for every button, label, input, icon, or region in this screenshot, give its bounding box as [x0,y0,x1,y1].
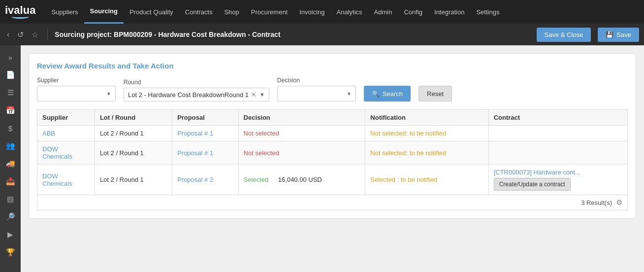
nav-item-product-quality[interactable]: Product Quality [124,0,179,24]
section-title: Review Award Results and Take Action [37,62,628,70]
round-tag: Lot 2 - Hardware Cost BreakdownRound 1 ✕ [128,91,257,99]
round-filter-group: Round Lot 2 - Hardware Cost BreakdownRou… [124,79,269,102]
sidebar-icon-people[interactable]: 👥 [1,138,19,154]
decision-value-1: Not selected [244,130,279,137]
nav-item-contracts[interactable]: Contracts [179,0,219,24]
top-navigation: ivalua Suppliers Sourcing Product Qualit… [0,0,644,24]
notification-value-3: Selected : to be notified [370,176,437,183]
proposal-link-2[interactable]: Proposal # 1 [177,149,213,157]
amount-value-3: 16,040.00 USD [278,176,322,183]
decision-filter-group: Decision ▼ [277,77,356,102]
save-button[interactable]: 💾 Save [598,28,639,42]
supplier-label: Supplier [37,77,116,84]
nav-item-shop[interactable]: Shop [218,0,245,24]
table-header-row: Supplier Lot / Round Proposal Decision N… [37,110,628,126]
round-filter-display[interactable]: Lot 2 - Hardware Cost BreakdownRound 1 ✕… [124,88,269,102]
supplier-select[interactable] [41,90,111,98]
sidebar-icon-search-person[interactable]: 🔎 [1,209,19,225]
contract-link-3[interactable]: [CTR000073] Hardware cont... [494,169,580,176]
nav-items: Suppliers Sourcing Product Quality Contr… [45,0,505,24]
cell-decision-3: Selected 16,040.00 USD [238,165,365,195]
round-tag-close-icon[interactable]: ✕ [251,91,257,99]
sidebar-icon-pointer[interactable]: ▶ [1,227,19,242]
back-icon[interactable]: ‹ [5,28,11,41]
proposal-link-3[interactable]: Proposal # 2 [177,176,213,183]
notification-value-2: Not selected: to be notified [370,149,446,157]
sidebar-icon-dollar[interactable]: $ [1,120,19,136]
search-button[interactable]: 🔍 Search [364,86,411,102]
round-dropdown-arrow-icon: ▼ [259,92,265,98]
main-content: Review Award Results and Take Action Sup… [21,45,644,272]
sidebar-icon-list[interactable]: ☰ [1,85,19,101]
col-header-supplier: Supplier [37,110,95,126]
section-card: Review Award Results and Take Action Sup… [29,53,636,219]
proposal-link-1[interactable]: Proposal # 1 [177,130,213,137]
cell-lot-round-1: Lot 2 / Round 1 [95,126,172,141]
table-row: DOWChemicals Lot 2 / Round 1 Proposal # … [37,141,628,165]
cell-supplier-2: DOWChemicals [37,141,95,165]
reset-button[interactable]: Reset [419,86,452,102]
decision-label: Decision [277,77,356,84]
save-close-button[interactable]: Save & Close [537,28,591,42]
supplier-select-wrapper[interactable]: ▼ [37,86,116,102]
sidebar-icon-calendar[interactable]: 📅 [1,102,19,118]
supplier-filter-group: Supplier ▼ [37,77,116,102]
nav-item-suppliers[interactable]: Suppliers [45,0,84,24]
supplier-link-2[interactable]: DOWChemicals [42,145,72,160]
nav-item-integration[interactable]: Integration [428,0,470,24]
notification-value-1: Not selected: to be notified [370,130,446,137]
sidebar-icon-truck[interactable]: 🚚 [1,156,19,171]
cell-contract-2 [488,141,627,165]
save-disk-icon: 💾 [606,31,613,38]
decision-select-wrapper[interactable]: ▼ [277,86,356,102]
nav-item-admin[interactable]: Admin [368,0,398,24]
nav-item-invoicing[interactable]: Invoicing [293,0,330,24]
supplier-link-3[interactable]: DOWChemicals [42,172,72,187]
decision-value-2: Not selected [244,149,279,157]
sidebar-icon-chevrons[interactable]: » [1,49,19,65]
round-tag-value: Lot 2 - Hardware Cost BreakdownRound 1 [128,91,249,99]
cell-decision-1: Not selected [238,126,365,141]
cell-proposal-1: Proposal # 1 [172,126,238,141]
cell-decision-2: Not selected [238,141,365,165]
second-bar: ‹ ↺ ☆ Sourcing project: BPM000209 - Hard… [0,24,644,45]
nav-item-procurement[interactable]: Procurement [245,0,293,24]
cell-proposal-2: Proposal # 1 [172,141,238,165]
divider [47,29,48,40]
cell-contract-3: [CTR000073] Hardware cont... Create/Upda… [488,165,627,195]
sidebar-icon-inbox[interactable]: 📥 [1,173,19,189]
layout: » 📄 ☰ 📅 $ 👥 🚚 📥 ▤ 🔎 ▶ 🏆 Review Award Res… [0,45,644,272]
create-contract-button[interactable]: Create/Update a contract [494,178,571,191]
col-header-lot-round: Lot / Round [95,110,172,126]
round-label: Round [124,79,269,86]
sidebar: » 📄 ☰ 📅 $ 👥 🚚 📥 ▤ 🔎 ▶ 🏆 [0,45,21,272]
logo: ivalua [5,5,35,19]
sidebar-icon-lines[interactable]: ▤ [1,191,19,207]
cell-supplier-3: DOWChemicals [37,165,95,195]
decision-select[interactable] [282,90,352,98]
cell-lot-round-2: Lot 2 / Round 1 [95,141,172,165]
nav-item-settings[interactable]: Settings [470,0,505,24]
results-table: Supplier Lot / Round Proposal Decision N… [37,109,628,195]
search-icon: 🔍 [372,90,380,98]
cell-proposal-3: Proposal # 2 [172,165,238,195]
decision-value-3: Selected [244,176,269,183]
table-footer: 3 Result(s) ⚙ [37,195,628,210]
col-header-contract: Contract [488,110,627,126]
cell-notification-3: Selected : to be notified [365,165,488,195]
star-icon[interactable]: ☆ [30,28,40,41]
nav-item-analytics[interactable]: Analytics [331,0,368,24]
cell-contract-1 [488,126,627,141]
settings-icon[interactable]: ⚙ [616,198,622,207]
col-header-notification: Notification [365,110,488,126]
sidebar-icon-trophy[interactable]: 🏆 [1,244,19,260]
history-icon[interactable]: ↺ [15,28,26,41]
table-row: ABB Lot 2 / Round 1 Proposal # 1 Not sel… [37,126,628,141]
page-title: Sourcing project: BPM000209 - Hardware C… [55,31,532,38]
nav-item-sourcing[interactable]: Sourcing [84,0,124,24]
cell-notification-1: Not selected: to be notified [365,126,488,141]
supplier-link-1[interactable]: ABB [42,130,55,137]
table-row: DOWChemicals Lot 2 / Round 1 Proposal # … [37,165,628,195]
sidebar-icon-document[interactable]: 📄 [1,67,19,83]
nav-item-config[interactable]: Config [398,0,428,24]
